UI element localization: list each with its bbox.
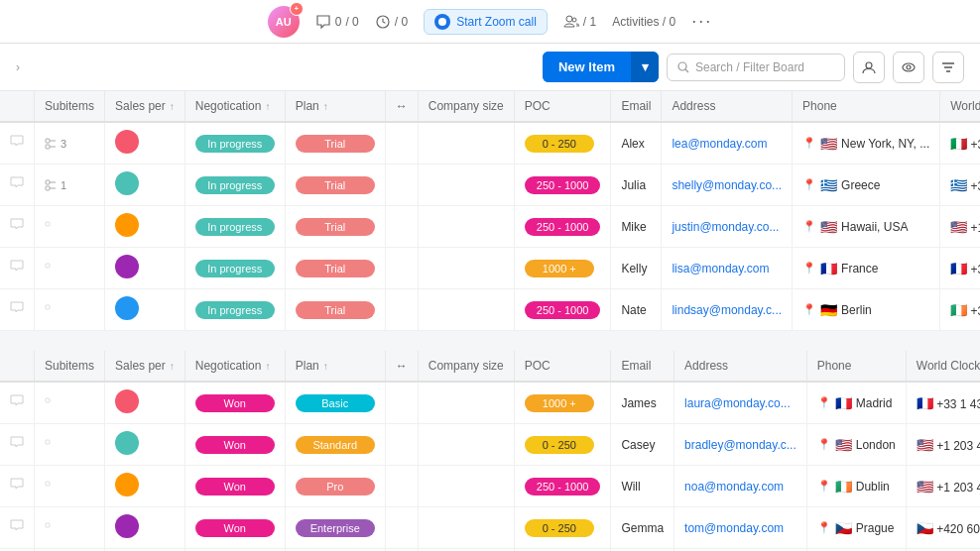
size-cell[interactable]: 0 - 250 [514, 507, 611, 549]
col-subitems[interactable]: Subitems [35, 91, 105, 122]
neg-cell[interactable]: Trial [285, 206, 385, 248]
size-cell[interactable]: 250 - 1000 [514, 206, 611, 248]
comment-cell[interactable] [0, 165, 35, 206]
comment-cell[interactable] [0, 507, 35, 549]
eye-icon-btn[interactable] [893, 52, 924, 83]
size-cell[interactable]: 0 - 250 [514, 424, 611, 466]
sales-cell[interactable]: Won [184, 424, 285, 466]
email-cell[interactable]: lea@monday.com [662, 122, 793, 165]
sales-cell[interactable]: Won [184, 507, 285, 549]
neg-cell[interactable]: Trial [285, 165, 385, 206]
subitems-cell[interactable] [35, 466, 105, 507]
subitems-cell[interactable]: 3 [35, 122, 105, 165]
subitems-cell[interactable] [35, 507, 105, 549]
sales-cell[interactable]: In progress [184, 248, 285, 289]
col2-email[interactable]: Email [611, 351, 674, 382]
col2-phone[interactable]: Phone [806, 351, 906, 382]
email-cell[interactable]: lisa@monday.com [662, 248, 793, 289]
col-phone[interactable]: Phone [793, 91, 940, 122]
col-plan[interactable]: Plan↑ [285, 91, 385, 122]
table-row[interactable]: 1In progressTrial250 - 1000Juliashelly@m… [0, 165, 980, 206]
neg-cell[interactable]: Trial [285, 248, 385, 289]
col2-plan[interactable]: Plan↑ [285, 351, 385, 382]
col-resize[interactable]: ↔ [385, 91, 418, 122]
updates-action[interactable]: / 0 [375, 14, 408, 30]
email-cell[interactable]: laura@monday.co... [674, 382, 807, 424]
comment-cell[interactable] [0, 466, 35, 507]
sales-cell[interactable]: In progress [184, 122, 285, 165]
phone-cell: 🇺🇸 +1 203 4... [906, 424, 980, 466]
col2-subitems[interactable]: Subitems [35, 351, 105, 382]
size-cell[interactable]: 1000 + [514, 382, 611, 424]
email-cell[interactable]: tom@monday.com [674, 507, 807, 549]
subitems-cell[interactable] [35, 248, 105, 289]
subitems-cell[interactable] [35, 382, 105, 424]
col-size[interactable]: Company size [418, 91, 514, 122]
filter-icon-btn[interactable] [932, 52, 964, 83]
sales-cell[interactable]: In progress [184, 206, 285, 248]
sales-cell[interactable]: In progress [184, 289, 285, 331]
subitems-cell[interactable]: 1 [35, 165, 105, 206]
comments-action[interactable]: 0 / 0 [315, 14, 359, 30]
table-row[interactable]: WonEnterprise0 - 250Gemmatom@monday.com📍… [0, 507, 980, 549]
sales-cell[interactable]: In progress [184, 165, 285, 206]
neg-cell[interactable]: Trial [285, 289, 385, 331]
sales-cell[interactable]: Won [184, 382, 285, 424]
email-cell[interactable]: shelly@monday.co... [662, 165, 793, 206]
comment-cell[interactable] [0, 424, 35, 466]
size-cell[interactable]: 1000 + [514, 248, 611, 289]
comment-cell[interactable] [0, 122, 35, 165]
col2-sales[interactable]: Sales per↑ [105, 351, 185, 382]
subitems-cell[interactable] [35, 424, 105, 466]
zoom-button[interactable]: Start Zoom call [424, 9, 548, 35]
activities-action[interactable]: Activities / 0 [612, 15, 675, 29]
comment-cell[interactable] [0, 206, 35, 248]
col-clock[interactable]: World Clock [940, 91, 980, 122]
col-address[interactable]: Address [662, 91, 793, 122]
subitems-cell[interactable] [35, 289, 105, 331]
col-poc[interactable]: POC [514, 91, 611, 122]
size-cell[interactable]: 250 - 1000 [514, 289, 611, 331]
user-avatar[interactable]: AU + [268, 6, 300, 38]
subitems-cell[interactable] [35, 206, 105, 248]
user-icon-btn[interactable] [853, 52, 885, 83]
comment-cell[interactable] [0, 382, 35, 424]
email-cell[interactable]: justin@monday.co... [662, 206, 793, 248]
size-cell[interactable]: 250 - 1000 [514, 466, 611, 507]
col2-resize[interactable]: ↔ [385, 351, 418, 382]
more-options-button[interactable]: ··· [691, 11, 712, 32]
table-row[interactable]: WonPro250 - 1000Willnoa@monday.com📍🇮🇪Dub… [0, 466, 980, 507]
comment-cell[interactable] [0, 289, 35, 331]
size-cell[interactable]: 250 - 1000 [514, 165, 611, 206]
table-row[interactable]: In progressTrial250 - 1000Mikejustin@mon… [0, 206, 980, 248]
sales-cell[interactable]: Won [184, 466, 285, 507]
neg-cell[interactable]: Basic [285, 382, 385, 424]
email-cell[interactable]: bradley@monday.c... [674, 424, 807, 466]
col2-size[interactable]: Company size [418, 351, 514, 382]
col-neg[interactable]: Negotication↑ [184, 91, 285, 122]
col-email[interactable]: Email [611, 91, 662, 122]
col-sales[interactable]: Sales per↑ [105, 91, 185, 122]
table-row[interactable]: WonBasic1000 +Jameslaura@monday.co...📍🇫🇷… [0, 382, 980, 424]
neg-cell[interactable]: Enterprise [285, 507, 385, 549]
table-row[interactable]: In progressTrial1000 +Kellylisa@monday.c… [0, 248, 980, 289]
email-cell[interactable]: lindsay@monday.c... [662, 289, 793, 331]
col2-poc[interactable]: POC [514, 351, 611, 382]
search-box[interactable]: Search / Filter Board [667, 54, 845, 81]
col2-clock[interactable]: World Clock [906, 351, 980, 382]
avatar-group[interactable]: AU + [268, 6, 300, 38]
people-action[interactable]: / 1 [563, 14, 596, 30]
neg-cell[interactable]: Standard [285, 424, 385, 466]
table-row[interactable]: In progressTrial250 - 1000Natelindsay@mo… [0, 289, 980, 331]
col2-neg[interactable]: Negotication↑ [184, 351, 285, 382]
col2-address[interactable]: Address [674, 351, 807, 382]
table-row[interactable]: WonStandard0 - 250Caseybradley@monday.c.… [0, 424, 980, 466]
neg-cell[interactable]: Trial [285, 122, 385, 165]
email-cell[interactable]: noa@monday.com [674, 466, 807, 507]
neg-cell[interactable]: Pro [285, 466, 385, 507]
table-row[interactable]: 3In progressTrial0 - 250Alexlea@monday.c… [0, 122, 980, 165]
new-item-dropdown-arrow[interactable]: ▾ [631, 52, 659, 82]
comment-cell[interactable] [0, 248, 35, 289]
size-cell[interactable]: 0 - 250 [514, 122, 611, 165]
new-item-button[interactable]: New Item ▾ [543, 52, 659, 82]
